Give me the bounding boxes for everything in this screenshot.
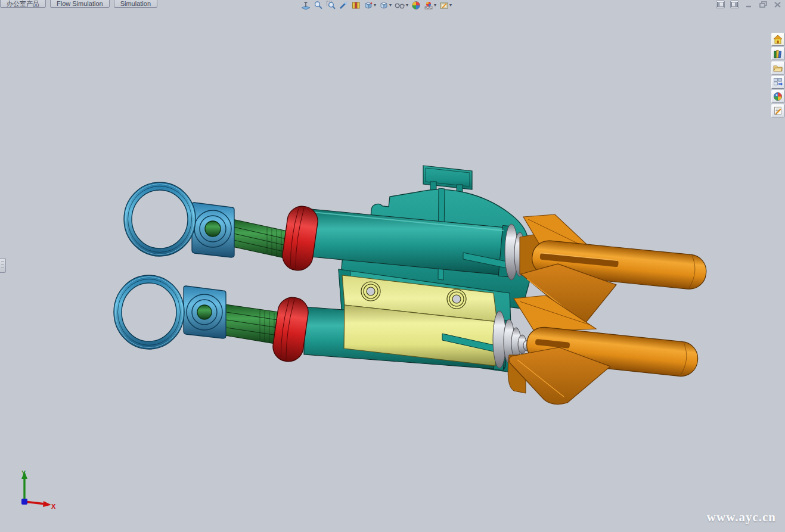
collapse-pane-right-button[interactable] bbox=[730, 1, 739, 8]
feature-tree-collapsed-tab[interactable] bbox=[0, 258, 6, 273]
part-top-rod[interactable] bbox=[232, 219, 287, 259]
edit-appearance-icon[interactable] bbox=[411, 0, 421, 10]
hide-show-items-icon[interactable]: ▾ bbox=[395, 0, 408, 10]
zoom-to-area-icon[interactable] bbox=[326, 0, 336, 10]
heads-up-view-toolbar: ▾ ▾ ▾ ▾ ▾ bbox=[301, 0, 452, 10]
tab-flow-simulation[interactable]: Flow Simulation bbox=[50, 0, 110, 8]
file-explorer-icon[interactable] bbox=[771, 61, 784, 74]
pin-view-icon[interactable] bbox=[301, 0, 311, 10]
part-top-collar[interactable] bbox=[281, 204, 320, 272]
part-bottom-finned-grip[interactable] bbox=[508, 295, 699, 405]
appearances-scenes-icon[interactable] bbox=[771, 90, 784, 103]
task-pane bbox=[771, 33, 784, 117]
zoom-to-fit-icon[interactable] bbox=[314, 0, 323, 10]
close-icon[interactable] bbox=[773, 1, 782, 8]
minimize-button[interactable] bbox=[744, 1, 753, 8]
command-manager-tabs: 办公室产品 Flow Simulation Simulation bbox=[0, 0, 157, 8]
orientation-triad: Y X bbox=[11, 468, 58, 511]
window-controls bbox=[716, 1, 782, 8]
view-orientation-icon[interactable]: ▾ bbox=[364, 0, 376, 10]
restore-button[interactable] bbox=[759, 1, 768, 8]
apply-scene-icon[interactable]: ▾ bbox=[424, 0, 436, 10]
tab-office-products[interactable]: 办公室产品 bbox=[0, 0, 46, 8]
part-bottom-hub[interactable] bbox=[184, 286, 226, 338]
part-bottom-ring[interactable] bbox=[114, 275, 184, 349]
model-viewport-canvas[interactable] bbox=[0, 0, 785, 532]
view-settings-icon[interactable]: ▾ bbox=[439, 0, 452, 10]
part-top-hub[interactable] bbox=[192, 203, 234, 257]
tab-simulation[interactable]: Simulation bbox=[114, 0, 157, 8]
triad-origin-z bbox=[21, 499, 27, 505]
part-top-ring[interactable] bbox=[124, 182, 196, 256]
triad-x-label: X bbox=[51, 503, 56, 510]
custom-properties-icon[interactable] bbox=[771, 104, 784, 117]
display-style-icon[interactable]: ▾ bbox=[379, 0, 392, 10]
design-library-icon[interactable] bbox=[771, 47, 784, 60]
watermark: www.ayc.cn bbox=[707, 510, 776, 525]
section-view-icon[interactable] bbox=[351, 0, 361, 10]
collapse-pane-left-button[interactable] bbox=[716, 1, 725, 8]
triad-y-label: Y bbox=[21, 469, 26, 477]
view-palette-icon[interactable] bbox=[771, 76, 784, 89]
solidworks-resources-home-icon[interactable] bbox=[771, 33, 784, 46]
part-bottom-rod[interactable] bbox=[225, 304, 279, 344]
previous-view-icon[interactable] bbox=[339, 0, 348, 10]
